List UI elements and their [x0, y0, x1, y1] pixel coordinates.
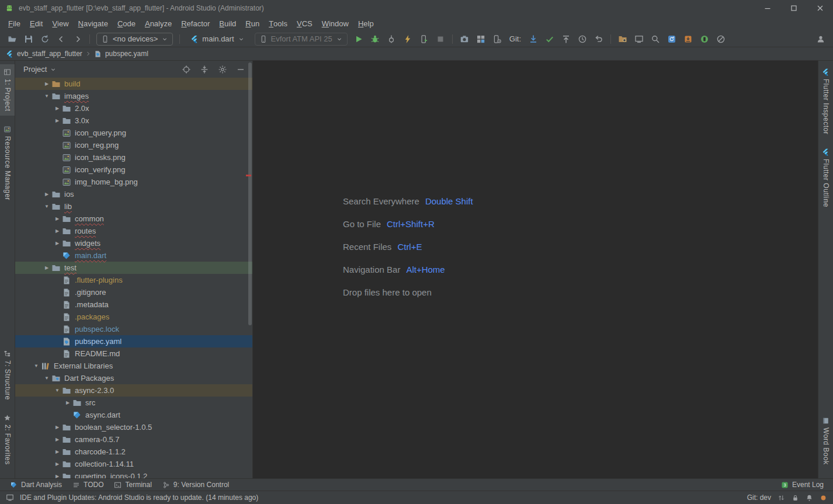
toolwindow-button-9-version-control[interactable]: 9: Version Control [157, 479, 234, 491]
incoming-outgoing-icon[interactable] [778, 494, 785, 502]
menu-run[interactable]: Run [241, 16, 264, 31]
project-structure-button[interactable] [615, 32, 630, 46]
collapse-all-icon[interactable] [200, 65, 209, 74]
tree-item-pubspec-lock[interactable]: pubspec.lock [15, 323, 252, 335]
expand-arrow-icon[interactable]: ▶ [53, 106, 62, 111]
back-button[interactable] [54, 32, 69, 46]
tree-item-2-0x[interactable]: ▶2.0x [15, 102, 252, 114]
tree-item-3-0x[interactable]: ▶3.0x [15, 114, 252, 127]
menu-code[interactable]: Code [113, 16, 140, 31]
hide-panel-icon[interactable] [236, 65, 245, 74]
gradle-sync-button[interactable] [664, 32, 679, 46]
maximize-button[interactable] [780, 0, 807, 16]
tree-item-img-home-bg-png[interactable]: img_home_bg.png [15, 176, 252, 188]
tree-item-collection-1-14-11[interactable]: ▶collection-1.14.11 [15, 458, 252, 470]
settings-gear-icon[interactable] [218, 65, 227, 74]
expand-arrow-icon[interactable]: ▶ [53, 437, 62, 442]
expand-arrow-icon[interactable]: ▶ [53, 216, 62, 221]
menu-navigate[interactable]: Navigate [74, 16, 113, 31]
device-selector[interactable]: <no devices> [96, 33, 173, 46]
tree-item-lib[interactable]: ▼lib [15, 200, 252, 213]
tree-item-metadata[interactable]: .metadata [15, 298, 252, 311]
tree-item-charcode-1-1-2[interactable]: ▶charcode-1.1.2 [15, 446, 252, 458]
expand-arrow-icon[interactable]: ▶ [53, 228, 62, 234]
tree-item-async-dart[interactable]: async.dart [15, 409, 252, 421]
sync-button[interactable] [37, 32, 53, 46]
tree-item-src[interactable]: ▶src [15, 397, 252, 409]
tree-item-camera-0-5-7[interactable]: ▶camera-0.5.7 [15, 433, 252, 446]
expand-arrow-icon[interactable]: ▶ [42, 81, 51, 86]
status-message[interactable]: IDE and Plugin Updates: Android Studio i… [20, 493, 258, 502]
expand-arrow-icon[interactable]: ▶ [42, 265, 51, 270]
tree-item-routes[interactable]: ▶routes [15, 225, 252, 237]
tree-item-icon-verify-png[interactable]: icon_verify.png [15, 164, 252, 176]
tree-item-flutter-plugins[interactable]: .flutter-plugins [15, 274, 252, 286]
tool-tab-7-structure[interactable]: 7: Structure [0, 346, 15, 404]
tree-item-gitignore[interactable]: .gitignore [15, 286, 252, 298]
tree-item-ios[interactable]: ▶ios [15, 188, 252, 200]
tree-item-widgets[interactable]: ▶widgets [15, 237, 252, 249]
notifications-bell-icon[interactable] [806, 494, 813, 502]
run-profiler-button[interactable] [416, 32, 432, 46]
expand-arrow-icon[interactable]: ▶ [53, 425, 62, 430]
tree-item-images[interactable]: ▼images [15, 90, 252, 102]
breadcrumb-item-pubspec-yaml[interactable]: pubspec.yaml [94, 50, 148, 58]
save-all-button[interactable] [21, 32, 36, 46]
tree-item-readme-md[interactable]: README.md [15, 347, 252, 360]
expand-arrow-icon[interactable]: ▶ [53, 118, 62, 123]
tool-tab-1-project[interactable]: 1: Project [0, 64, 15, 116]
search-everywhere-button[interactable] [648, 32, 663, 46]
expand-arrow-icon[interactable]: ▼ [53, 388, 62, 393]
debug-button[interactable] [367, 32, 383, 46]
menu-edit[interactable]: Edit [25, 16, 47, 31]
breadcrumb-item-evb-staff-app-flutter[interactable]: evb_staff_app_flutter [6, 50, 82, 58]
event-log-button[interactable]: 3 Event Log [781, 481, 828, 489]
attach-debugger-button[interactable] [384, 32, 399, 46]
expand-arrow-icon[interactable]: ▶ [63, 400, 72, 405]
open-file-button[interactable] [5, 32, 20, 46]
menu-vcs[interactable]: VCS [292, 16, 317, 31]
expand-arrow-icon[interactable]: ▶ [53, 474, 62, 478]
tool-tab-flutter-inspector[interactable]: Flutter Inspector [818, 64, 833, 138]
inspections-off-button[interactable] [713, 32, 728, 46]
toolwindow-switcher-icon[interactable] [6, 493, 14, 502]
menu-view[interactable]: View [47, 16, 73, 31]
profile-avatar-button[interactable] [813, 32, 828, 46]
device-manager-button[interactable] [490, 32, 505, 46]
menu-help[interactable]: Help [353, 16, 379, 31]
project-scrollbar[interactable] [248, 62, 252, 325]
expand-arrow-icon[interactable]: ▶ [53, 241, 62, 246]
git-branch-widget[interactable]: Git: dev [747, 493, 771, 502]
tool-tab-word-book[interactable]: Word Book [818, 413, 833, 469]
tree-item-pubspec-yaml[interactable]: pubspec.yaml [15, 335, 252, 347]
expand-arrow-icon[interactable]: ▼ [42, 204, 51, 209]
rollback-button[interactable] [591, 32, 606, 46]
avd-manager-button[interactable] [697, 32, 712, 46]
menu-build[interactable]: Build [214, 16, 241, 31]
project-panel-title[interactable]: Project [23, 65, 47, 74]
target-device-selector[interactable]: Evfort ATM API 25 [255, 33, 348, 46]
commit-button[interactable] [542, 32, 557, 46]
expand-arrow-icon[interactable]: ▼ [42, 376, 51, 381]
tree-item-icon-tasks-png[interactable]: icon_tasks.png [15, 151, 252, 164]
forward-button[interactable] [70, 32, 85, 46]
tool-tab-2-favorites[interactable]: 2: Favorites [0, 410, 15, 469]
minimize-button[interactable] [754, 0, 780, 16]
tree-item-cupertino-icons-0-1-2[interactable]: ▶cupertino_icons-0.1.2 [15, 470, 252, 478]
chevron-down-icon[interactable] [50, 66, 57, 73]
close-button[interactable] [807, 0, 833, 16]
layout-inspector-button[interactable] [473, 32, 488, 46]
tool-tab-flutter-outline[interactable]: Flutter Outline [818, 144, 833, 211]
layout-editor-button[interactable] [631, 32, 647, 46]
tree-item-main-dart[interactable]: main.dart [15, 249, 252, 262]
tool-tab-resource-manager[interactable]: Resource Manager [0, 121, 15, 204]
menu-tools[interactable]: Tools [264, 16, 292, 31]
locate-file-icon[interactable] [182, 65, 191, 74]
tree-item-build[interactable]: ▶build [15, 78, 252, 90]
push-button[interactable] [558, 32, 574, 46]
menu-window[interactable]: Window [317, 16, 353, 31]
menu-refactor[interactable]: Refactor [176, 16, 214, 31]
stop-button[interactable] [433, 32, 448, 46]
toolwindow-button-todo[interactable]: TODO [67, 479, 109, 491]
menu-analyze[interactable]: Analyze [140, 16, 176, 31]
